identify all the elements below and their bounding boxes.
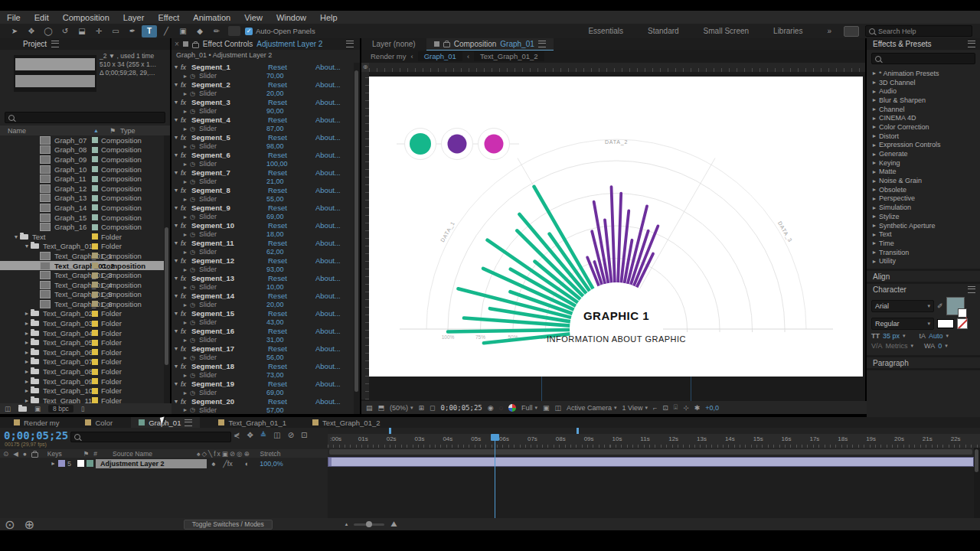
slider-value[interactable]: 87,00 [266, 125, 284, 132]
stopwatch-icon[interactable]: ◷ [190, 372, 199, 379]
effects-category[interactable]: ►Expression Controls [870, 141, 980, 150]
twirl-icon[interactable]: ▼ [172, 152, 181, 158]
menu-edit[interactable]: Edit [28, 13, 56, 22]
leading-value[interactable]: Auto [929, 332, 943, 340]
about-link[interactable]: About... [315, 63, 341, 71]
effect-name[interactable]: Segment_4 [191, 116, 268, 124]
twirl-icon[interactable]: ► [870, 223, 879, 228]
layer-motion-blur-icon[interactable]: ◐ [245, 460, 249, 468]
fx-badge-icon[interactable]: fx [181, 398, 191, 406]
effect-row[interactable]: ▼fxSegment_1ResetAbout... [172, 63, 354, 72]
slider-value[interactable]: 100,00 [266, 160, 288, 168]
twirl-icon[interactable]: ▼ [172, 293, 181, 298]
effects-category[interactable]: ►Text [870, 230, 980, 239]
help-search-input[interactable]: Search Help [865, 25, 972, 37]
graph-editor-icon[interactable]: ⊡ [301, 431, 307, 439]
effect-name[interactable]: Segment_11 [191, 239, 268, 247]
timeline-vertical-scrollbar[interactable] [974, 448, 980, 518]
slider-row[interactable]: ►◷Slider20,00 [172, 300, 354, 308]
slider-row[interactable]: ►◷Slider20,00 [172, 90, 354, 98]
project-bit-depth[interactable]: 8 bpc [48, 405, 74, 412]
fx-badge-icon[interactable]: fx [181, 257, 191, 265]
reset-button[interactable]: Reset [268, 80, 315, 89]
paragraph-panel-header[interactable]: Paragraph [867, 357, 980, 368]
about-link[interactable]: About... [315, 292, 341, 300]
fx-badge-icon[interactable]: fx [181, 310, 191, 318]
marker-icon[interactable] [389, 428, 391, 434]
current-time-display[interactable]: 0;00;05;25 [4, 429, 68, 442]
fx-badge-icon[interactable]: fx [181, 345, 191, 353]
project-row[interactable]: Graph_08Composition [0, 145, 164, 155]
work-area-summary[interactable] [328, 428, 980, 434]
shape-tool-icon[interactable]: ▭ [108, 25, 123, 37]
project-row[interactable]: ▼Text_Graph_01Folder [0, 242, 164, 252]
twirl-icon[interactable]: ▼ [172, 328, 181, 334]
transparency-grid-icon[interactable]: ◫ [555, 404, 562, 412]
twirl-icon[interactable]: ► [181, 390, 190, 396]
twirl-icon[interactable]: ▼ [172, 223, 181, 228]
effect-row[interactable]: ▼fxSegment_9ResetAbout... [172, 204, 354, 213]
pixel-aspect-icon[interactable]: ⌐ [653, 404, 657, 412]
comp-mini-map-icon[interactable]: ⊕ [24, 517, 34, 532]
slider-value[interactable]: 43,00 [266, 318, 284, 326]
twirl-icon[interactable]: ► [870, 178, 879, 184]
choose-grid-icon[interactable]: ⊞ [419, 404, 425, 412]
effects-category[interactable]: ►Keying [870, 158, 980, 168]
twirl-icon[interactable]: ► [870, 116, 879, 121]
about-link[interactable]: About... [315, 397, 341, 406]
audio-column-icon[interactable]: ◀ [13, 450, 18, 458]
zoom-tool-icon[interactable]: ◯ [41, 25, 56, 37]
twirl-icon[interactable]: ► [870, 259, 879, 264]
about-link[interactable]: About... [315, 116, 341, 124]
reset-button[interactable]: Reset [268, 327, 315, 335]
twirl-icon[interactable]: ▼ [172, 99, 181, 105]
twirl-icon[interactable]: ► [870, 196, 879, 201]
effect-name[interactable]: Segment_6 [191, 151, 268, 159]
layer-viewer-tab[interactable]: Layer (none) [361, 40, 426, 48]
twirl-icon[interactable]: ► [23, 331, 31, 336]
twirl-icon[interactable]: ▼ [23, 243, 31, 249]
effect-row[interactable]: ▼fxSegment_11ResetAbout... [172, 239, 354, 248]
effects-category[interactable]: ►Transition [870, 248, 980, 257]
slider-row[interactable]: ►◷Slider69,00 [172, 212, 354, 220]
twirl-icon[interactable]: ► [870, 152, 879, 157]
number-column-header[interactable]: # [93, 450, 97, 458]
panel-menu-icon[interactable] [185, 419, 192, 426]
project-row[interactable]: ►Text_Graph_02Folder [0, 309, 164, 319]
draft-3d-icon[interactable]: ✥ [247, 431, 253, 439]
twirl-icon[interactable]: ► [870, 169, 879, 174]
about-link[interactable]: About... [315, 380, 341, 388]
stopwatch-icon[interactable]: ◷ [190, 214, 199, 220]
pen-tool-icon[interactable]: ✒ [125, 25, 140, 37]
effects-category[interactable]: ►Stylize [870, 212, 980, 221]
fx-badge-icon[interactable]: fx [181, 204, 191, 212]
project-row[interactable]: Text_Graph_01_5Composition [0, 290, 164, 300]
twirl-icon[interactable]: ► [870, 124, 879, 129]
camera-dropdown[interactable]: Active Camera▾ [567, 404, 617, 412]
stamp-tool-icon[interactable]: ▣ [175, 25, 191, 37]
effects-category[interactable]: ►Distort [870, 132, 980, 141]
effects-category[interactable]: ►Matte [870, 168, 980, 177]
composition-flow-icon[interactable]: ⋞ [234, 431, 240, 439]
reset-button[interactable]: Reset [268, 362, 315, 370]
twirl-icon[interactable]: ▼ [172, 205, 181, 210]
auto-open-panels-label[interactable]: Auto-Open Panels [256, 27, 315, 35]
kerning-caret-icon[interactable]: ▾ [911, 343, 914, 349]
eyedropper-icon[interactable]: ✐ [937, 302, 943, 310]
project-row[interactable]: Graph_14Composition [0, 203, 164, 213]
stopwatch-icon[interactable]: ◷ [190, 73, 199, 80]
slider-value[interactable]: 55,00 [266, 195, 284, 203]
mask-visibility-icon[interactable]: ◻ [430, 404, 435, 412]
zoom-out-mountain-icon[interactable]: ▴ [345, 521, 348, 527]
twirl-icon[interactable]: ► [870, 106, 879, 112]
effect-name[interactable]: Segment_7 [191, 168, 268, 177]
slider-row[interactable]: ►◷Slider18,00 [172, 230, 354, 238]
project-row[interactable]: Graph_11Composition [0, 174, 164, 184]
fx-badge-icon[interactable]: fx [181, 64, 191, 71]
about-link[interactable]: About... [315, 309, 341, 318]
timeline-tab-text-graph-01-1[interactable]: Text_Graph_01_1 [211, 417, 294, 428]
timeline-tab-color[interactable]: Color [77, 417, 120, 428]
slider-value[interactable]: 20,00 [266, 301, 284, 308]
twirl-icon[interactable]: ► [181, 144, 190, 149]
workspace-small-screen[interactable]: Small Screen [691, 27, 761, 35]
